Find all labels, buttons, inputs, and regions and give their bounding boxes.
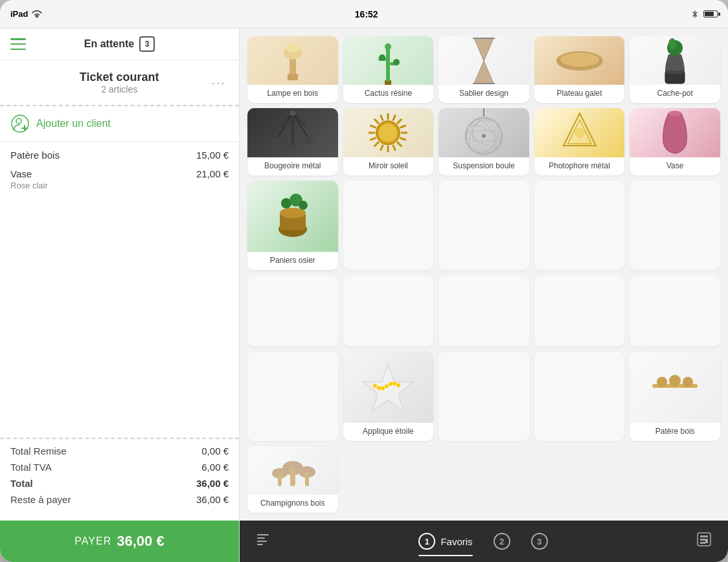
svg-line-43	[370, 126, 376, 128]
product-card-champignons-bois[interactable]: Champignons bois	[247, 446, 338, 513]
bottom-tab-bar: 1 Favoris 2 3	[240, 521, 728, 562]
svg-rect-89	[257, 541, 267, 542]
svg-point-7	[286, 43, 299, 52]
product-name-champignons-bois: Champignons bois	[258, 499, 327, 508]
product-image-applique-etoile	[343, 352, 434, 423]
add-client-section[interactable]: Ajouter un client	[0, 106, 239, 142]
product-card-cactus-resine[interactable]: Cactus résine	[343, 36, 434, 103]
svg-point-79	[669, 375, 681, 387]
svg-rect-86	[305, 472, 309, 486]
calculator-icon[interactable]	[690, 526, 718, 557]
product-name-photophore-metal: Photophore métal	[546, 161, 613, 170]
svg-line-45	[381, 115, 383, 120]
svg-point-61	[574, 128, 585, 138]
product-image-champignons-bois	[247, 446, 338, 495]
wifi-icon	[32, 10, 42, 18]
product-name-suspension-boule: Suspension boule	[450, 161, 517, 170]
product-card-sablier-design[interactable]: Sablier design	[438, 36, 529, 103]
svg-line-23	[277, 113, 293, 139]
total-row: Total 36,00 €	[10, 478, 229, 489]
pay-button[interactable]: PAYER 36,00 €	[0, 521, 239, 562]
line-item-patere[interactable]: Patère bois 15,00 €	[10, 150, 229, 161]
product-name-lampe-bois: Lampe en bois	[264, 89, 321, 98]
product-card-vase[interactable]: Vase	[630, 108, 720, 175]
svg-rect-96	[703, 539, 705, 541]
svg-point-62	[668, 111, 681, 116]
tab-circle-2: 2	[494, 533, 510, 550]
product-card-photophore-metal[interactable]: Photophore métal	[534, 108, 625, 175]
item-price-patere: 15,00 €	[196, 150, 229, 161]
product-card-suspension-boule[interactable]: Suspension boule	[438, 108, 529, 175]
product-card-applique-etoile[interactable]: Applique étoile	[343, 352, 434, 441]
pending-badge: 3	[139, 36, 155, 52]
product-image-suspension-boule	[438, 108, 529, 157]
svg-rect-92	[700, 535, 703, 537]
product-card-empty-2	[438, 181, 529, 270]
reste-payer-label: Reste à payer	[10, 494, 71, 505]
tab-2[interactable]: 2	[494, 533, 510, 550]
product-image-cache-pot	[630, 36, 720, 85]
ticket-section: Ticket courant 2 articles ···	[0, 60, 239, 106]
status-bar-center: 16:52	[355, 9, 378, 19]
product-card-lampe-bois[interactable]: Lampe en bois	[247, 36, 338, 103]
svg-line-24	[293, 113, 309, 139]
svg-line-44	[374, 119, 379, 124]
reste-payer-value: 36,00 €	[196, 494, 229, 505]
product-card-miroir-soleil[interactable]: Miroir soleil	[343, 108, 434, 175]
left-panel: En attente 3 Ticket courant 2 articles ·…	[0, 28, 240, 562]
product-card-cache-pot[interactable]: Cache-pot	[630, 36, 720, 103]
svg-point-73	[385, 384, 389, 388]
hamburger-button[interactable]	[10, 38, 26, 50]
svg-point-33	[379, 124, 397, 142]
product-name-paniers-osier: Paniers osier	[267, 256, 318, 265]
tab-favoris[interactable]: 1 Favoris	[418, 533, 472, 550]
svg-rect-88	[257, 537, 265, 539]
tab-label-favoris: Favoris	[440, 536, 472, 547]
svg-point-30	[305, 137, 313, 144]
svg-point-11	[379, 54, 385, 61]
item-name-vase: Vase	[10, 168, 48, 179]
main-layout: En attente 3 Ticket courant 2 articles ·…	[0, 28, 728, 562]
tab-number-3: 3	[537, 537, 541, 546]
total-value: 36,00 €	[196, 478, 229, 489]
product-card-bougeoire-metal[interactable]: Bougeoire métal	[247, 108, 338, 175]
ticket-info: Ticket courant 2 articles	[30, 71, 209, 95]
product-card-empty-8	[534, 275, 625, 346]
product-card-paniers-osier[interactable]: Paniers osier	[247, 181, 338, 270]
svg-rect-98	[700, 542, 703, 544]
product-card-empty-9	[630, 275, 720, 346]
svg-line-35	[400, 138, 406, 140]
svg-point-68	[299, 201, 308, 210]
reste-payer-row: Reste à payer 36,00 €	[10, 494, 229, 505]
line-item-vase[interactable]: Vase Rose clair 21,00 €	[10, 168, 229, 190]
total-remise-value: 0,00 €	[201, 445, 229, 456]
svg-line-36	[398, 142, 402, 146]
product-card-empty-10	[247, 352, 338, 441]
tab-list-icon[interactable]	[250, 526, 276, 556]
product-name-miroir-soleil: Miroir soleil	[366, 161, 411, 170]
svg-rect-9	[386, 48, 390, 82]
product-card-plateau-galet[interactable]: Plateau galet	[534, 36, 625, 103]
svg-marker-69	[363, 365, 413, 411]
total-label: Total	[10, 478, 33, 489]
products-grid: Lampe en boisCactus résineSablier design…	[240, 28, 728, 521]
product-name-bougeoire-metal: Bougeoire métal	[262, 161, 323, 170]
product-image-lampe-bois	[247, 36, 338, 85]
svg-point-78	[657, 377, 667, 387]
product-image-plateau-galet	[534, 36, 625, 85]
product-card-empty-7	[438, 275, 529, 346]
product-card-patere-bois[interactable]: Patère bois	[630, 352, 720, 441]
svg-rect-97	[705, 539, 708, 543]
product-name-patere-bois: Patère bois	[653, 427, 698, 436]
product-card-empty-5	[247, 275, 338, 346]
product-image-vase	[630, 108, 720, 157]
product-name-vase: Vase	[664, 161, 686, 170]
total-tva-row: Total TVA 6,00 €	[10, 462, 229, 473]
tab-circle-1: 1	[418, 533, 435, 550]
product-card-empty-3	[534, 181, 625, 270]
more-options-button[interactable]: ···	[209, 75, 229, 90]
tab-3[interactable]: 3	[531, 533, 548, 550]
svg-point-31	[289, 143, 297, 151]
svg-point-70	[373, 384, 377, 388]
product-name-cactus-resine: Cactus résine	[362, 89, 415, 98]
